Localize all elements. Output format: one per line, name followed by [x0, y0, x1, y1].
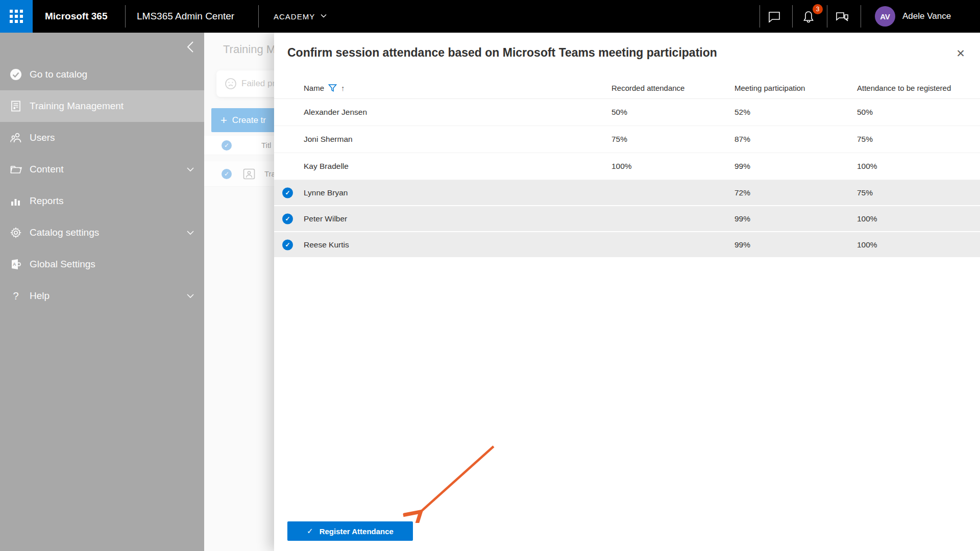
cell-to-register: 50% [857, 99, 873, 126]
chevron-down-icon [320, 12, 327, 21]
cell-recorded: 50% [611, 99, 627, 126]
avatar[interactable]: AV [875, 6, 895, 27]
table-row-selected[interactable]: ✓ Reese Kurtis 99% 100% [274, 232, 980, 258]
table-row-selected[interactable]: ✓ Peter Wilber 99% 100% [274, 206, 980, 232]
cell-to-register: 100% [857, 153, 877, 180]
cell-to-register: 75% [857, 126, 873, 153]
column-header-participation: Meeting participation [734, 77, 805, 99]
cell-participation: 87% [734, 126, 750, 153]
topbar-separator [760, 5, 760, 28]
filter-funnel-icon[interactable] [328, 84, 337, 92]
row-selected-check-icon[interactable]: ✓ [282, 213, 293, 224]
screen: Microsoft 365 LMS365 Admin Center ACADEM… [0, 0, 980, 551]
chat-icon[interactable] [768, 10, 781, 23]
attendance-table-body: Alexander Jensen 50% 52% 50% Joni Sherma… [274, 99, 980, 258]
cell-participation: 52% [734, 99, 750, 126]
notification-badge: 3 [813, 4, 823, 14]
check-icon: ✓ [307, 527, 313, 536]
column-header-recorded: Recorded attendance [611, 77, 684, 99]
cell-to-register: 75% [857, 180, 873, 205]
cell-participation: 99% [734, 206, 750, 231]
cell-name: Kay Bradelle [304, 153, 349, 180]
cell-participation: 99% [734, 232, 750, 257]
table-row-selected[interactable]: ✓ Lynne Bryan 72% 75% [274, 180, 980, 206]
topbar-separator [125, 5, 126, 28]
table-row[interactable]: Kay Bradelle 100% 99% 100% [274, 153, 980, 180]
column-name-label: Name [304, 84, 324, 92]
tenant-selector[interactable]: ACADEMY [274, 0, 327, 33]
feedback-icon[interactable] [836, 10, 849, 23]
topbar-separator [258, 5, 259, 28]
cell-to-register: 100% [857, 232, 877, 257]
cell-to-register: 100% [857, 206, 877, 231]
cell-name: Joni Sherman [304, 126, 353, 153]
register-attendance-label: Register Attendance [320, 527, 394, 536]
confirm-attendance-dialog: Confirm session attendance based on Micr… [274, 33, 980, 551]
register-attendance-button[interactable]: ✓ Register Attendance [287, 521, 413, 541]
table-row[interactable]: Alexander Jensen 50% 52% 50% [274, 99, 980, 126]
admin-center-title[interactable]: LMS365 Admin Center [137, 0, 234, 33]
top-bar: Microsoft 365 LMS365 Admin Center ACADEM… [0, 0, 980, 33]
cell-participation: 99% [734, 153, 750, 180]
cell-participation: 72% [734, 180, 750, 205]
topbar-separator [861, 5, 861, 28]
column-header-to-register: Attendance to be registered [857, 77, 951, 99]
tenant-name: ACADEMY [274, 12, 315, 21]
cell-recorded: 75% [611, 126, 627, 153]
row-selected-check-icon[interactable]: ✓ [282, 187, 293, 198]
app-launcher-button[interactable] [0, 0, 33, 33]
cell-name: Peter Wilber [304, 206, 347, 231]
dialog-title: Confirm session attendance based on Micr… [287, 46, 717, 60]
attendance-table-header: Name ↑ Recorded attendance Meeting parti… [274, 77, 980, 99]
cell-name: Lynne Bryan [304, 180, 348, 205]
table-row[interactable]: Joni Sherman 75% 87% 75% [274, 126, 980, 153]
sort-ascending-icon[interactable]: ↑ [341, 84, 345, 92]
cell-name: Alexander Jensen [304, 99, 367, 126]
column-header-name[interactable]: Name ↑ [304, 77, 345, 99]
topbar-separator [827, 5, 827, 28]
brand-title[interactable]: Microsoft 365 [45, 0, 107, 33]
row-selected-check-icon[interactable]: ✓ [282, 239, 293, 250]
cell-recorded: 100% [611, 153, 632, 180]
waffle-icon [10, 10, 23, 23]
topbar-separator [792, 5, 793, 28]
cell-name: Reese Kurtis [304, 232, 349, 257]
user-name[interactable]: Adele Vance [902, 0, 951, 33]
close-icon[interactable]: ✕ [952, 45, 969, 62]
